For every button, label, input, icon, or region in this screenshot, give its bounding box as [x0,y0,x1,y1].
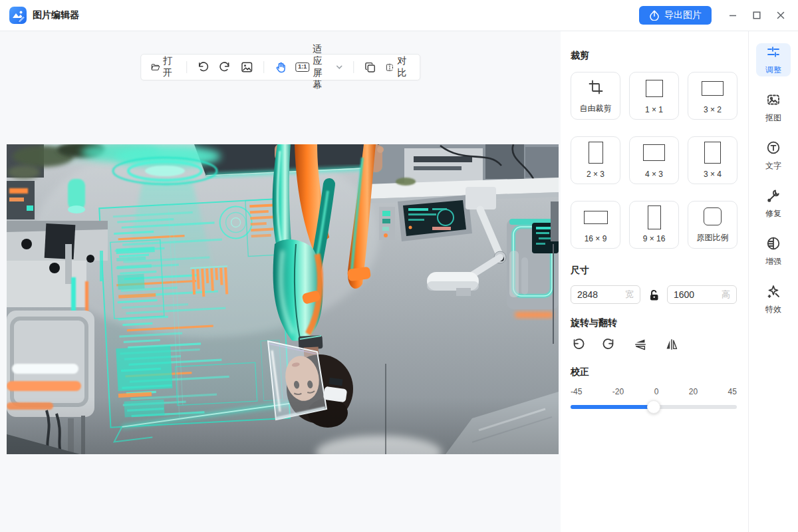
redo-button[interactable] [218,61,231,74]
tool-sidebar: 调整抠图文字修复增强特效 [748,31,798,532]
sidebar-item-effects[interactable]: 特效 [756,283,791,316]
zoom-ratio-control[interactable]: 1:1 适应屏幕 [295,43,343,91]
flip-vertical-icon [633,337,648,352]
pan-tool-button[interactable] [274,61,287,74]
crop-option-label: 自由裁剪 [580,103,612,114]
sidebar-item-label: 文字 [765,160,781,172]
undo-button[interactable] [196,61,209,74]
sidebar-item-cutout[interactable]: 抠图 [756,91,791,124]
crop-option-label: 9 × 16 [643,234,666,243]
rotate-left-button[interactable] [571,337,585,352]
crop-option-r-3x2[interactable]: 3 × 2 [688,72,737,120]
folder-icon [150,61,160,74]
rotate-row [571,337,737,352]
tick-label: -45 [571,387,582,396]
duplicate-button[interactable] [364,61,376,74]
crop-option-r-4x3[interactable]: 4 × 3 [629,136,679,184]
sidebar-item-adjust[interactable]: 调整 [756,43,791,76]
crop-option-label: 3 × 2 [704,105,722,114]
app-title: 图片编辑器 [33,9,79,21]
rotate-left-icon [571,337,585,352]
flip-horizontal-button[interactable] [664,337,679,352]
fit-screen-label: 适应屏幕 [313,43,331,91]
r-3x4-ratio-icon [704,142,721,164]
crop-option-free[interactable]: 自由裁剪 [571,72,620,120]
r-16x9-ratio-icon [584,211,608,224]
width-field[interactable]: 宽 [571,285,640,304]
compare-button[interactable]: 对比 [385,55,410,79]
correction-section-title: 校正 [571,366,737,378]
topbar: 图片编辑器 导出图片 [0,0,798,31]
open-button[interactable]: 打开 [150,55,176,79]
crop-option-orig[interactable]: 原图比例 [688,201,737,249]
effects-icon [766,284,781,301]
height-field[interactable]: 高 [667,285,737,304]
canvas-image[interactable] [7,144,559,454]
export-button[interactable]: 导出图片 [639,6,712,25]
slider-fill [571,405,654,409]
crop-option-r-1x1[interactable]: 1 × 1 [629,72,679,120]
sidebar-item-enhance[interactable]: 增强 [756,235,791,268]
image-icon [240,61,253,74]
crop-option-r-3x4[interactable]: 3 × 4 [688,136,737,184]
tick-label: 0 [654,387,659,396]
crop-grid: 自由裁剪1 × 13 × 22 × 34 × 33 × 416 × 99 × 1… [571,72,737,249]
sidebar-item-repair[interactable]: 修复 [756,187,791,220]
rotate-right-icon [602,337,616,352]
rotate-section-title: 旋转与翻转 [571,317,737,329]
insert-image-button[interactable] [240,61,253,74]
cutout-icon [766,92,781,110]
flip-vertical-button[interactable] [633,337,648,352]
height-input[interactable] [674,289,722,300]
hand-icon [274,61,287,74]
open-label: 打开 [163,55,176,79]
copy-icon [364,61,376,74]
crop-option-r-16x9[interactable]: 16 × 9 [571,201,620,249]
tick-label: 45 [728,387,737,396]
r-9x16-ratio-icon [648,205,661,229]
correction-slider[interactable] [571,400,737,414]
free-crop-icon [588,79,604,95]
crop-option-label: 2 × 3 [587,170,604,179]
crop-section-title: 裁剪 [571,50,737,62]
crop-panel: 裁剪 自由裁剪1 × 13 × 22 × 34 × 33 × 416 × 99 … [561,31,748,532]
repair-icon [766,188,781,205]
maximize-button[interactable] [751,10,762,21]
adjust-icon [766,45,781,62]
crop-option-r-2x3[interactable]: 2 × 3 [571,136,620,184]
size-row: 宽 高 [571,285,737,304]
r-3x2-ratio-icon [702,81,724,96]
crop-option-r-9x16[interactable]: 9 × 16 [629,201,679,249]
sidebar-item-text[interactable]: 文字 [756,139,791,172]
slider-thumb[interactable] [647,400,660,414]
close-button[interactable] [775,10,786,21]
flip-horizontal-icon [664,337,679,352]
sidebar-item-label: 抠图 [765,112,781,124]
height-suffix: 高 [722,289,730,301]
correction-ticks: -45-2002045 [571,387,737,396]
split-compare-icon [385,61,394,74]
redo-icon [218,61,231,74]
text-icon [766,140,781,158]
window-controls [728,10,786,21]
aspect-lock-button[interactable] [646,287,661,302]
compare-label: 对比 [398,55,411,79]
crop-option-label: 3 × 4 [704,170,722,179]
scene-vignette [7,397,559,454]
undo-icon [196,61,209,74]
sidebar-item-label: 修复 [765,208,781,219]
sidebar-item-label: 特效 [765,304,781,315]
width-input[interactable] [577,289,625,300]
toolbar-divider [263,61,264,73]
crop-option-label: 1 × 1 [645,105,663,114]
r-4x3-ratio-icon [643,144,665,161]
export-icon [649,10,660,21]
crop-option-label: 16 × 9 [585,234,607,243]
app-logo-icon [9,7,27,24]
rotate-right-button[interactable] [602,337,616,352]
sidebar-item-label: 调整 [765,65,781,76]
export-label: 导出图片 [664,9,702,21]
toolbar-divider [186,61,187,73]
r-2x3-ratio-icon [589,142,603,164]
minimize-button[interactable] [728,10,738,21]
